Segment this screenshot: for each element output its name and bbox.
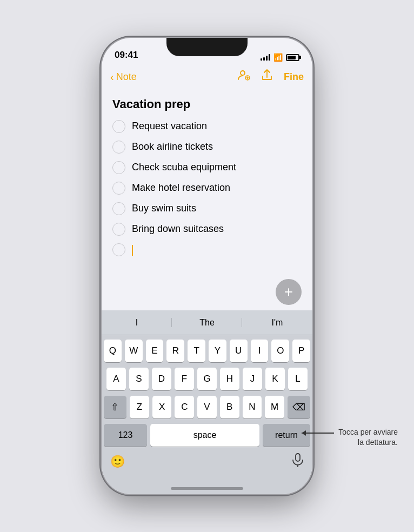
annotation-arrow xyxy=(302,433,334,434)
key-N[interactable]: N xyxy=(243,396,262,418)
item-text-6: Bring down suitcases xyxy=(132,223,224,235)
key-D[interactable]: D xyxy=(152,368,171,390)
key-row-1: Q W E R T Y U I O P xyxy=(104,340,310,362)
status-time: 09:41 xyxy=(115,50,138,62)
checklist-item-7 xyxy=(112,243,302,256)
key-row-bottom: 123 space return xyxy=(102,424,312,447)
key-row-3: ⇧ Z X C V B N M ⌫ xyxy=(104,396,310,418)
key-V[interactable]: V xyxy=(197,396,217,418)
space-key[interactable]: space xyxy=(150,424,259,447)
svg-point-0 xyxy=(241,71,245,75)
checklist-item-1: Request vacation xyxy=(112,120,302,133)
autocomplete-item-1[interactable]: I xyxy=(102,314,172,332)
key-L[interactable]: L xyxy=(288,368,308,390)
checklist-item-2: Book airline tickets xyxy=(112,141,302,154)
annotation: Tocca per avviare la dettatura. xyxy=(302,427,398,448)
toolbar-row: 🙂 xyxy=(102,450,312,473)
svg-rect-2 xyxy=(296,454,300,461)
done-button[interactable]: Fine xyxy=(284,71,304,83)
keyboard: I The I'm Q W E R T Y U I O P A S xyxy=(102,310,312,494)
checklist-item-6: Bring down suitcases xyxy=(112,223,302,236)
checkbox-6[interactable] xyxy=(112,223,125,236)
back-chevron-icon: ‹ xyxy=(110,71,114,83)
nav-actions: Fine xyxy=(237,69,304,85)
key-G[interactable]: G xyxy=(197,368,217,390)
key-I[interactable]: I xyxy=(251,340,269,362)
key-F[interactable]: F xyxy=(175,368,194,390)
checkbox-7[interactable] xyxy=(112,243,125,256)
autocomplete-item-2[interactable]: The xyxy=(172,314,242,332)
key-Z[interactable]: Z xyxy=(130,396,149,418)
checklist-item-5: Buy swim suits xyxy=(112,202,302,215)
autocomplete-item-3[interactable]: I'm xyxy=(242,314,312,332)
item-text-4: Make hotel reservation xyxy=(132,182,230,194)
checklist-item-4: Make hotel reservation xyxy=(112,182,302,195)
back-label: Note xyxy=(116,71,137,83)
key-W[interactable]: W xyxy=(125,340,143,362)
annotation-text: Tocca per avviare la dettatura. xyxy=(338,427,398,448)
key-P[interactable]: P xyxy=(292,340,310,362)
checklist-item-3: Check scuba equipment xyxy=(112,161,302,174)
key-C[interactable]: C xyxy=(175,396,194,418)
keyboard-rows: Q W E R T Y U I O P A S D F G H J K xyxy=(102,335,312,418)
emoji-icon[interactable]: 🙂 xyxy=(110,455,125,469)
add-item-button[interactable]: + xyxy=(276,279,302,305)
wifi-icon: 📶 xyxy=(273,53,283,62)
back-button[interactable]: ‹ Note xyxy=(110,71,137,83)
checkbox-3[interactable] xyxy=(112,161,125,174)
phone-frame: 09:41 📶 ‹ Note xyxy=(102,38,312,494)
key-B[interactable]: B xyxy=(220,396,239,418)
nav-bar: ‹ Note Fine xyxy=(102,65,312,89)
checkbox-5[interactable] xyxy=(112,202,125,215)
key-K[interactable]: K xyxy=(265,368,285,390)
battery-icon xyxy=(286,54,299,61)
note-title: Vacation prep xyxy=(112,97,302,111)
share-icon[interactable] xyxy=(261,69,273,85)
item-text-3: Check scuba equipment xyxy=(132,161,236,174)
key-R[interactable]: R xyxy=(166,340,184,362)
item-text-7[interactable] xyxy=(132,243,133,256)
item-text-1: Request vacation xyxy=(132,120,207,132)
checkbox-2[interactable] xyxy=(112,141,125,154)
item-text-5: Buy swim suits xyxy=(132,202,196,215)
num-key[interactable]: 123 xyxy=(104,424,147,447)
collaborate-icon[interactable] xyxy=(237,69,250,85)
key-row-2: A S D F G H J K L xyxy=(104,368,310,390)
autocomplete-bar: I The I'm xyxy=(102,310,312,335)
signal-icon xyxy=(261,54,270,61)
key-J[interactable]: J xyxy=(243,368,262,390)
note-content: Vacation prep Request vacation Book airl… xyxy=(102,89,312,310)
key-E[interactable]: E xyxy=(146,340,164,362)
key-U[interactable]: U xyxy=(230,340,248,362)
key-M[interactable]: M xyxy=(265,396,284,418)
delete-key[interactable]: ⌫ xyxy=(288,396,310,418)
key-Q[interactable]: Q xyxy=(104,340,122,362)
mic-icon[interactable] xyxy=(292,453,304,470)
text-cursor xyxy=(132,245,133,256)
checkbox-1[interactable] xyxy=(112,120,125,133)
key-T[interactable]: T xyxy=(188,340,205,362)
annotation-line xyxy=(302,427,334,436)
plus-icon: + xyxy=(284,283,293,301)
key-O[interactable]: O xyxy=(271,340,289,362)
shift-key[interactable]: ⇧ xyxy=(104,396,126,418)
item-text-2: Book airline tickets xyxy=(132,141,213,153)
key-Y[interactable]: Y xyxy=(209,340,226,362)
key-H[interactable]: H xyxy=(220,368,239,390)
key-A[interactable]: A xyxy=(106,368,126,390)
checkbox-4[interactable] xyxy=(112,182,125,195)
notch xyxy=(166,38,248,56)
key-S[interactable]: S xyxy=(129,368,149,390)
status-icons: 📶 xyxy=(261,53,299,62)
home-indicator xyxy=(171,487,243,490)
key-X[interactable]: X xyxy=(152,396,172,418)
